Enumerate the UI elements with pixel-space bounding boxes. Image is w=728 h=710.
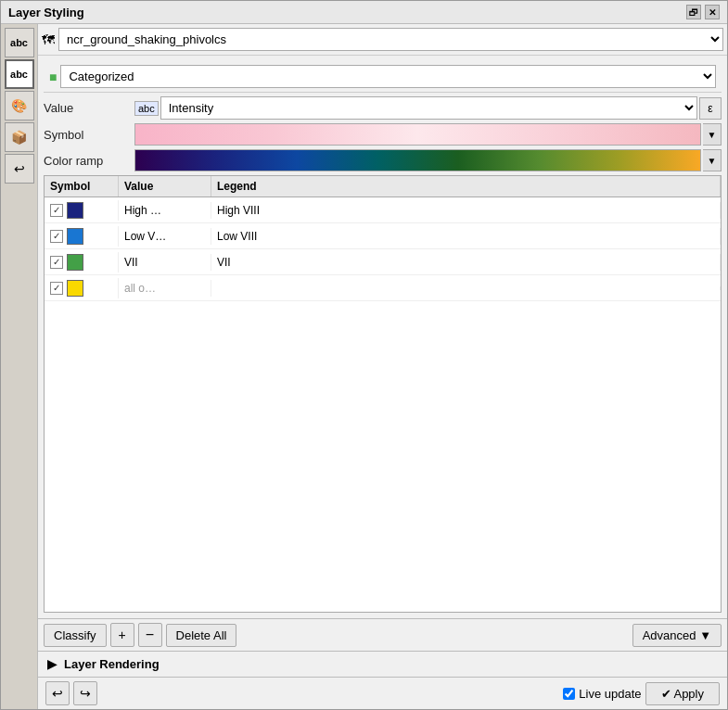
title-bar-controls: 🗗 ✕ <box>686 5 720 19</box>
advanced-button[interactable]: Advanced ▼ <box>632 624 722 647</box>
renderer-row: ■ Categorized <box>49 65 716 88</box>
color-swatch <box>67 228 83 245</box>
layer-select[interactable]: ncr_ground_shaking_phivolcs <box>58 28 723 51</box>
cell-legend: VII <box>211 254 721 271</box>
color-ramp-label: Color ramp <box>44 154 127 168</box>
symbol-preview[interactable] <box>134 123 701 146</box>
sidebar-btn-3d[interactable]: 📦 <box>5 122 34 152</box>
renderer-select-row: ■ Categorized <box>44 61 722 93</box>
value-row: Value abc Intensity ε <box>44 96 722 120</box>
live-update-checkbox[interactable] <box>563 688 575 700</box>
color-swatch <box>67 202 83 219</box>
redo-button[interactable]: ↪ <box>73 681 97 705</box>
value-label: Value <box>44 101 127 115</box>
layer-styling-window: Layer Styling 🗗 ✕ abc abc 🎨 📦 ↩ 🗺 ncr_gr… <box>0 0 728 710</box>
live-update-label: Live update <box>579 687 641 701</box>
cell-legend: High VIII <box>211 202 721 219</box>
table-body: ✓High …High VIII✓Low V…Low VIII✓VIIVII✓a… <box>45 197 721 612</box>
cell-legend: Low VIII <box>211 228 721 245</box>
window-title: Layer Styling <box>8 6 84 19</box>
close-button[interactable]: ✕ <box>705 5 720 19</box>
main-layout: abc abc 🎨 📦 ↩ 🗺 ncr_ground_shaking_phivo… <box>1 24 727 709</box>
layer-select-row: 🗺 ncr_ground_shaking_phivolcs <box>42 28 723 51</box>
delete-all-button[interactable]: Delete All <box>166 624 237 647</box>
header-legend: Legend <box>211 176 721 197</box>
color-ramp-control: ▼ <box>134 149 722 171</box>
advanced-arrow-icon: ▼ <box>699 628 711 642</box>
row-checkbox[interactable]: ✓ <box>50 230 63 243</box>
color-ramp-preview[interactable] <box>134 149 701 171</box>
value-icon: abc <box>134 101 159 116</box>
renderer-select[interactable]: Categorized <box>60 65 716 88</box>
sidebar-btn-history[interactable]: ↩ <box>5 154 34 184</box>
layer-rendering-row[interactable]: ▶ Layer Rendering <box>38 651 727 677</box>
color-swatch <box>67 254 83 271</box>
table-header: Symbol Value Legend <box>45 176 721 197</box>
renderer-icon: ■ <box>49 70 57 84</box>
cell-value: all o… <box>119 280 211 297</box>
symbol-control: ▼ <box>134 123 722 146</box>
table-row[interactable]: ✓all o… <box>45 275 721 301</box>
cell-value: VII <box>119 254 211 271</box>
table-row[interactable]: ✓High …High VIII <box>45 197 721 223</box>
remove-row-button[interactable]: − <box>138 623 162 647</box>
panel-body: ■ Categorized Value abc Intensity ε <box>38 56 727 618</box>
live-update-area: Live update <box>563 687 641 701</box>
color-swatch <box>67 280 83 297</box>
layer-rendering-arrow: ▶ <box>47 657 57 671</box>
cell-value: High … <box>119 202 211 219</box>
undo-button[interactable]: ↩ <box>45 681 70 705</box>
symbol-dropdown-arrow[interactable]: ▼ <box>703 123 722 146</box>
classify-button[interactable]: Classify <box>44 624 107 647</box>
sidebar-btn-symbology[interactable]: 🎨 <box>5 91 34 120</box>
apply-button[interactable]: ✔ Apply <box>645 682 720 705</box>
title-bar: Layer Styling 🗗 ✕ <box>1 1 727 24</box>
action-bar: Classify + − Delete All Advanced ▼ <box>38 618 727 651</box>
header-value: Value <box>119 176 211 197</box>
cell-legend <box>211 286 721 290</box>
cell-symbol: ✓ <box>45 252 119 273</box>
layer-icon: 🗺 <box>42 32 55 47</box>
color-ramp-dropdown-arrow[interactable]: ▼ <box>703 149 722 171</box>
value-select[interactable]: Intensity <box>160 96 697 120</box>
symbol-label: Symbol <box>44 128 127 142</box>
row-checkbox[interactable]: ✓ <box>50 282 63 295</box>
header-symbol: Symbol <box>45 176 119 197</box>
sidebar: abc abc 🎨 📦 ↩ <box>1 24 38 709</box>
row-checkbox[interactable]: ✓ <box>50 256 63 269</box>
restore-button[interactable]: 🗗 <box>686 5 701 19</box>
sidebar-btn-label[interactable]: abc <box>5 28 34 57</box>
expression-button[interactable]: ε <box>699 97 722 120</box>
cell-value: Low V… <box>119 228 211 245</box>
main-content: 🗺 ncr_ground_shaking_phivolcs ■ Categori… <box>38 24 727 709</box>
table-row[interactable]: ✓Low V…Low VIII <box>45 223 721 249</box>
add-row-button[interactable]: + <box>110 623 134 647</box>
footer-bar: ↩ ↪ Live update ✔ Apply <box>38 677 727 709</box>
row-checkbox[interactable]: ✓ <box>50 204 63 217</box>
layer-rendering-label: Layer Rendering <box>64 657 160 671</box>
symbol-table: Symbol Value Legend ✓High …High VIII✓Low… <box>44 175 722 613</box>
table-row[interactable]: ✓VIIVII <box>45 249 721 275</box>
color-ramp-row: Color ramp ▼ <box>44 149 722 171</box>
cell-symbol: ✓ <box>45 200 119 221</box>
value-control: abc Intensity ε <box>134 96 722 120</box>
cell-symbol: ✓ <box>45 226 119 247</box>
symbol-row: Symbol ▼ <box>44 123 722 146</box>
sidebar-btn-abc[interactable]: abc <box>5 59 34 89</box>
layer-selector-row: 🗺 ncr_ground_shaking_phivolcs <box>38 24 727 56</box>
cell-symbol: ✓ <box>45 278 119 298</box>
